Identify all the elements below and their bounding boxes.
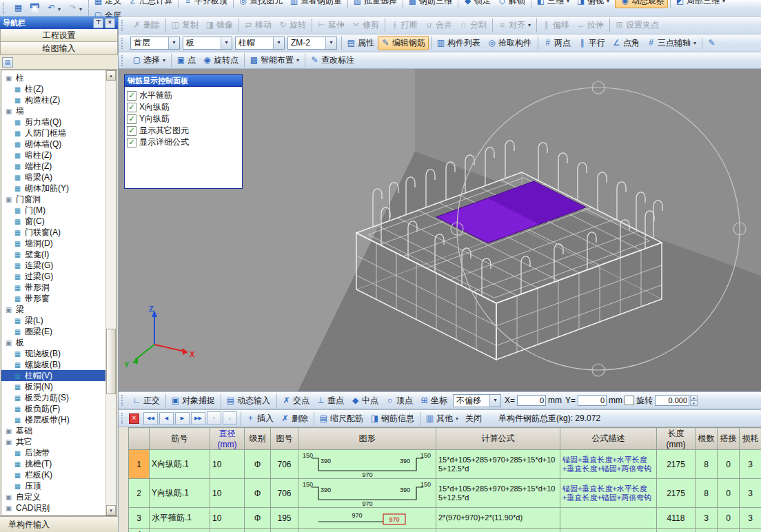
record-nav-button[interactable]: ↑ [207, 411, 221, 424]
toolbar-button[interactable]: ▣对象捕捉 [165, 393, 219, 408]
table-toolbar-button[interactable]: +插入 [241, 411, 277, 426]
grade-cell[interactable]: Φ [245, 508, 271, 529]
diameter-cell[interactable]: 10 [210, 508, 245, 529]
length-cell[interactable]: 4118 [657, 508, 696, 529]
snap-button[interactable]: ✗交点 [276, 393, 313, 408]
element-combobox[interactable]: 首层 [130, 37, 180, 50]
chevron-down-icon[interactable] [221, 37, 232, 49]
row-number-cell[interactable]: 1 [129, 450, 150, 479]
grade-cell[interactable]: Φ [245, 479, 271, 508]
diameter-cell[interactable]: 10 [210, 479, 245, 508]
tree-item[interactable]: ▦ 柱(Z) [1, 83, 106, 94]
toolbar-button[interactable]: ▢选择 [129, 53, 169, 68]
tree-item[interactable]: ▦ 楼层板带(H) [1, 414, 106, 425]
undo-button[interactable]: ↶ [43, 2, 64, 14]
toolbar-button[interactable]: ◧三维 [531, 0, 573, 8]
tree-item[interactable]: ▦ 窗(C) [1, 216, 106, 227]
panel-option[interactable]: Y向纵筋 [127, 113, 240, 125]
tree-item[interactable]: ▦ 梁(L) [1, 315, 106, 326]
table-toolbar-button[interactable]: ▤缩尺配筋 [314, 411, 367, 426]
toolbar-button[interactable]: ◩局部三维 [670, 0, 729, 8]
tree-item[interactable]: ▦ 压顶 [1, 480, 106, 491]
panel-titlebar[interactable]: 钢筋显示控制面板 [125, 75, 242, 86]
tree-item[interactable]: ▣ CAD识别 [1, 502, 106, 513]
formula-cell[interactable] [436, 529, 560, 532]
loss-cell[interactable]: 3 [740, 508, 761, 529]
toolbar-button[interactable]: ⊢延伸 [312, 18, 348, 32]
grade-cell[interactable] [245, 529, 271, 532]
tree-item[interactable]: ▦ 板洞(N) [1, 381, 106, 392]
lap-cell[interactable]: 0 [718, 508, 740, 529]
panel-option[interactable]: 水平箍筋 [127, 90, 240, 101]
toolbar-button[interactable]: #两点 [538, 36, 574, 50]
lap-cell[interactable]: 0 [718, 450, 740, 479]
toolbar-button[interactable]: ▤属性 [341, 36, 378, 50]
formula-desc-cell[interactable] [560, 529, 657, 532]
toolbar-button[interactable]: ↻旋转 [275, 18, 310, 32]
toolbar-button[interactable]: ∥偏移 [536, 18, 573, 32]
chevron-down-icon[interactable] [273, 37, 284, 49]
count-cell[interactable]: 3 [696, 508, 718, 529]
tree-item[interactable]: ▦ 连梁(G) [1, 260, 106, 271]
tree-item[interactable]: ▣ 板 [1, 337, 106, 348]
tree-item[interactable]: ▦ 端柱(Z) [1, 161, 106, 172]
toolbar-button[interactable]: ⊞设置夹点 [609, 18, 662, 32]
snap-button[interactable]: ⊥垂点 [313, 393, 347, 408]
tree-item[interactable]: ▦ 壁龛(I) [1, 249, 106, 260]
formula-desc-cell[interactable]: 锚固+垂直长度+水平长度+垂直长度+锚固+两倍弯钩 [560, 450, 657, 479]
pin-icon[interactable]: ⊤ [93, 18, 103, 28]
tree-item[interactable]: ▦ 螺旋板(B) [1, 359, 106, 370]
toolbar-button[interactable]: ▤动态输入 [221, 393, 274, 408]
tree-item[interactable]: ▦ 现浇板(B) [1, 348, 106, 359]
toolbar-button[interactable]: ▥构件列表 [431, 36, 484, 50]
table-toolbar-button[interactable]: ◨钢筋信息 [367, 411, 418, 426]
bar-name-cell[interactable]: Y向纵筋.1 [150, 479, 210, 508]
diameter-cell[interactable] [210, 529, 245, 532]
tree-item[interactable]: ▦ 剪力墙(Q) [1, 116, 106, 127]
panel-option[interactable]: 显示详细公式 [127, 136, 240, 148]
count-cell[interactable]: 8 [696, 450, 718, 479]
sidebar-mode-button[interactable]: 绘图输入 [0, 42, 118, 55]
formula-cell[interactable]: 15*d+105+285+970+285+15*d+105+12.5*d [436, 479, 560, 508]
tree-item[interactable]: ▦ 暗柱(Z) [1, 150, 106, 161]
chevron-down-icon[interactable] [168, 37, 179, 49]
toolbar-button[interactable]: ∩分割 [456, 18, 490, 32]
element-combobox[interactable]: 柱帽 [235, 37, 285, 50]
tree-scrollbar[interactable]: ▴ ▾ [105, 70, 116, 515]
tree-item[interactable]: ▦ 后浇带 [1, 447, 106, 458]
lap-cell[interactable]: 0 [718, 479, 740, 508]
bar-shape-cell[interactable] [298, 529, 436, 532]
bar-name-cell[interactable]: 水平箍筋.1 [150, 508, 210, 529]
checkbox-checked-icon[interactable] [127, 91, 136, 101]
chevron-down-icon[interactable] [489, 395, 500, 407]
toolbar-button[interactable]: ∤打断 [385, 18, 421, 32]
toolbar-button[interactable]: #三点辅轴 [643, 36, 700, 50]
toolbar-button[interactable]: ∠点角 [609, 36, 643, 50]
toolbar-button[interactable]: ∥平行 [574, 36, 609, 50]
toolbar-button[interactable]: ≡平齐板顶 [178, 0, 231, 8]
table-toolbar-button[interactable]: ✗删除 [277, 411, 312, 426]
rotate-checkbox[interactable] [625, 396, 634, 405]
toolbar-button[interactable]: ✂修剪 [348, 18, 383, 32]
spinner-down-icon[interactable]: ▾ [690, 400, 698, 406]
diameter-cell[interactable]: 10 [210, 450, 245, 479]
tree-item[interactable]: ▦ 门联窗(A) [1, 227, 106, 238]
tree-item[interactable]: ▦ 挑檐(T) [1, 458, 106, 469]
formula-cell[interactable]: 15*d+105+285+970+285+15*d+105+12.5*d [436, 450, 560, 479]
drawing-icon-button[interactable]: ▦ [10, 2, 26, 14]
toolbar-button[interactable]: ◨俯视 [573, 0, 613, 8]
toolbar-button[interactable]: ◉旋转点 [199, 53, 242, 68]
toolbar-button[interactable]: ↔拉伸 [573, 18, 607, 32]
figure-no-cell[interactable]: 706 [271, 479, 298, 508]
tree-item[interactable]: ▦ 砌体墙(Q) [1, 139, 106, 150]
sidebar-mode-button[interactable]: 工程设置 [0, 29, 118, 42]
bar-shape-cell[interactable]: 970 970 [298, 508, 436, 529]
snap-button[interactable]: ⊞坐标 [416, 393, 451, 408]
record-nav-button[interactable]: ▶ [175, 412, 190, 425]
toolbar-button[interactable]: ✎ [702, 37, 720, 49]
snap-button[interactable]: ◆中点 [347, 393, 382, 408]
toolbar-button[interactable]: ✎编辑钢筋 [378, 36, 429, 50]
scroll-down-icon[interactable]: ▾ [106, 505, 116, 515]
tree-item[interactable]: ▦ 板受力筋(S) [1, 392, 106, 403]
close-icon[interactable]: × [105, 18, 115, 28]
